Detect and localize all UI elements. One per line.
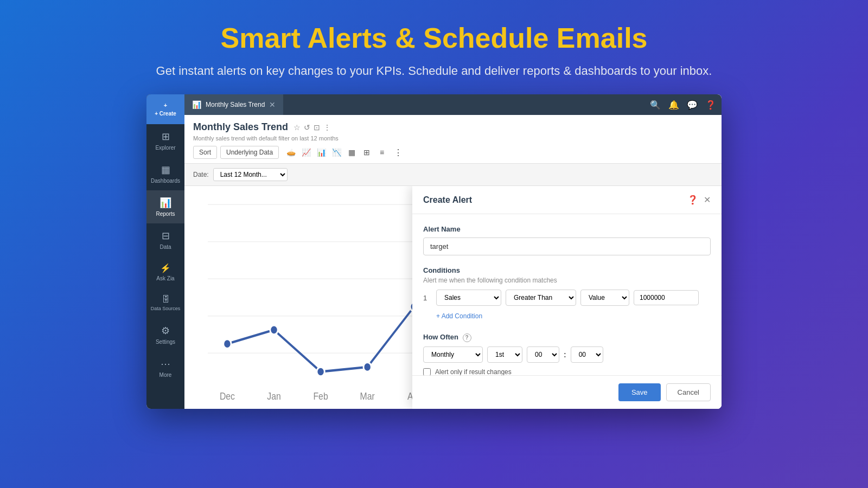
data-sources-icon: 🗄	[162, 294, 170, 304]
svg-text:Jan: Jan	[267, 390, 280, 402]
line-chart-icon[interactable]: 📈	[299, 146, 312, 159]
condition-operator-select[interactable]: Greater Than Less Than Equal To Not Equa…	[506, 290, 576, 306]
condition-row: 1 Sales Revenue Profit Greater Than Less…	[423, 290, 711, 306]
dialog-header-icons: ❓ ✕	[687, 195, 711, 205]
toolbar: Sort Underlying Data 🥧 📈 📊 📉 ▦ ⊞ ≡ ⋮	[193, 146, 713, 159]
date-filter-select[interactable]: Last 12 Month... Last 6 Months Last 3 Mo…	[213, 168, 288, 181]
more-options-icon[interactable]: ⋮	[323, 123, 331, 132]
tab-action-bar: 🔍 🔔 💬 ❓	[650, 100, 722, 110]
alert-on-change-checkbox[interactable]	[423, 368, 431, 375]
sidebar-item-settings[interactable]: ⚙ Settings	[146, 318, 184, 351]
condition-type-select[interactable]: Value Percentage	[580, 290, 629, 306]
svg-point-8	[363, 362, 371, 371]
toolbar-more-icon[interactable]: ⋮	[394, 147, 403, 158]
how-often-help-icon[interactable]: ?	[463, 333, 471, 342]
main-content: 📊 Monthly Sales Trend ✕ 🔍 🔔 💬 ❓ Monthly …	[184, 94, 722, 409]
refresh-icon[interactable]: ↺	[304, 123, 310, 132]
reports-icon: 📊	[159, 197, 171, 209]
notification-icon[interactable]: 🔔	[668, 100, 679, 110]
hour-select[interactable]: 00 01 06 12	[527, 346, 559, 363]
more-charts-icon[interactable]: ⊞	[360, 146, 373, 159]
alert-name-section: Alert Name	[423, 225, 711, 255]
dialog-body: Alert Name Conditions Alert me when the …	[412, 214, 722, 375]
minute-select[interactable]: 00 15 30 45	[571, 346, 603, 363]
bar-chart-icon[interactable]: 📊	[315, 146, 328, 159]
underlying-data-button[interactable]: Underlying Data	[220, 146, 279, 159]
area-chart-icon[interactable]: ▦	[345, 146, 358, 159]
sidebar-item-explorer[interactable]: ⊞ Explorer	[146, 124, 184, 157]
save-button[interactable]: Save	[618, 383, 661, 401]
sidebar-item-label: Dashboards	[151, 178, 180, 184]
frequency-select[interactable]: Monthly Daily Weekly Hourly	[423, 346, 483, 363]
sidebar-item-label: More	[159, 372, 172, 378]
create-alert-dialog: Create Alert ❓ ✕ Alert Name Conditions	[412, 186, 722, 409]
sidebar-item-ask-zia[interactable]: ⚡ Ask Zia	[146, 256, 184, 288]
report-header: Monthly Sales Trend ☆ ↺ ⊡ ⋮ Monthly sale…	[184, 115, 722, 164]
report-subtitle: Monthly sales trend with default filter …	[193, 135, 713, 142]
sidebar-item-dashboards[interactable]: ▦ Dashboards	[146, 157, 184, 190]
sidebar-item-reports[interactable]: 📊 Reports	[146, 190, 184, 223]
alert-on-change-row: Alert only if result changes	[423, 368, 711, 375]
sidebar: + + Create ⊞ Explorer ▦ Dashboards 📊 Rep…	[146, 94, 184, 409]
sidebar-item-data[interactable]: ⊟ Data	[146, 223, 184, 256]
report-title-icons: ☆ ↺ ⊡ ⋮	[293, 123, 331, 132]
svg-point-7	[317, 367, 324, 376]
cancel-button[interactable]: Cancel	[666, 383, 711, 401]
condition-number: 1	[423, 294, 432, 302]
settings-icon: ⚙	[161, 325, 170, 337]
column-chart-icon[interactable]: 📉	[330, 146, 343, 159]
svg-text:Feb: Feb	[313, 390, 328, 402]
alert-name-input[interactable]	[423, 237, 711, 255]
sidebar-item-more[interactable]: ⋯ More	[146, 351, 184, 384]
tab-bar: 📊 Monthly Sales Trend ✕ 🔍 🔔 💬 ❓	[184, 94, 722, 115]
create-label: + Create	[155, 111, 176, 117]
how-often-section: How Often ? Monthly Daily Weekly Hourly	[423, 333, 711, 375]
how-often-label: How Often ?	[423, 333, 711, 342]
tab-chart-icon: 📊	[192, 100, 201, 109]
pie-chart-icon[interactable]: 🥧	[284, 146, 297, 159]
day-select[interactable]: 1st 2nd 3rd 5th	[487, 346, 522, 363]
sort-button[interactable]: Sort	[193, 146, 217, 159]
dialog-close-icon[interactable]: ✕	[704, 195, 711, 205]
dialog-help-icon[interactable]: ❓	[687, 195, 698, 205]
explorer-icon: ⊞	[162, 131, 170, 143]
sidebar-item-label: Explorer	[155, 145, 175, 151]
star-icon[interactable]: ☆	[293, 123, 301, 132]
report-title: Monthly Sales Trend	[193, 121, 288, 133]
export-icon[interactable]: ⊡	[314, 123, 320, 132]
svg-text:Dec: Dec	[220, 390, 235, 402]
sidebar-item-data-sources[interactable]: 🗄 Data Sources	[146, 288, 184, 318]
svg-point-6	[270, 325, 278, 335]
report-title-row: Monthly Sales Trend ☆ ↺ ⊡ ⋮	[193, 121, 713, 133]
dialog-title: Create Alert	[423, 195, 687, 205]
tab-label: Monthly Sales Trend	[206, 101, 265, 108]
condition-value-input[interactable]	[634, 290, 699, 305]
time-separator: :	[564, 350, 566, 359]
search-icon[interactable]: 🔍	[650, 100, 661, 110]
chart-area: Dec Jan Feb Mar Apr May Jun Create Alert…	[184, 186, 722, 409]
how-often-row: Monthly Daily Weekly Hourly 1st 2nd 3rd …	[423, 346, 711, 363]
svg-point-5	[224, 339, 231, 349]
condition-field-select[interactable]: Sales Revenue Profit	[436, 290, 501, 306]
alert-name-label: Alert Name	[423, 225, 711, 233]
data-icon: ⊟	[162, 230, 170, 242]
dialog-footer: Save Cancel	[412, 375, 722, 409]
comment-icon[interactable]: 💬	[687, 100, 698, 110]
conditions-label: Conditions	[423, 266, 711, 274]
help-icon[interactable]: ❓	[705, 100, 716, 110]
dialog-header: Create Alert ❓ ✕	[412, 186, 722, 214]
hero-section: Smart Alerts & Schedule Emails Get insta…	[0, 0, 868, 94]
chart-type-icons: 🥧 📈 📊 📉 ▦ ⊞ ≡	[284, 146, 388, 159]
report-tab[interactable]: 📊 Monthly Sales Trend ✕	[184, 94, 284, 115]
svg-text:Mar: Mar	[360, 390, 375, 402]
ask-zia-icon: ⚡	[160, 263, 171, 273]
sidebar-item-label: Reports	[156, 211, 175, 217]
tab-close-icon[interactable]: ✕	[269, 100, 276, 109]
conditions-sublabel: Alert me when the following condition ma…	[423, 277, 711, 284]
sidebar-item-label: Data	[159, 244, 171, 250]
date-filter-bar: Date: Last 12 Month... Last 6 Months Las…	[184, 164, 722, 186]
add-condition-button[interactable]: + Add Condition	[423, 310, 482, 322]
sidebar-item-label: Data Sources	[151, 306, 181, 312]
table-icon[interactable]: ≡	[375, 146, 388, 159]
create-button[interactable]: + + Create	[146, 94, 184, 124]
